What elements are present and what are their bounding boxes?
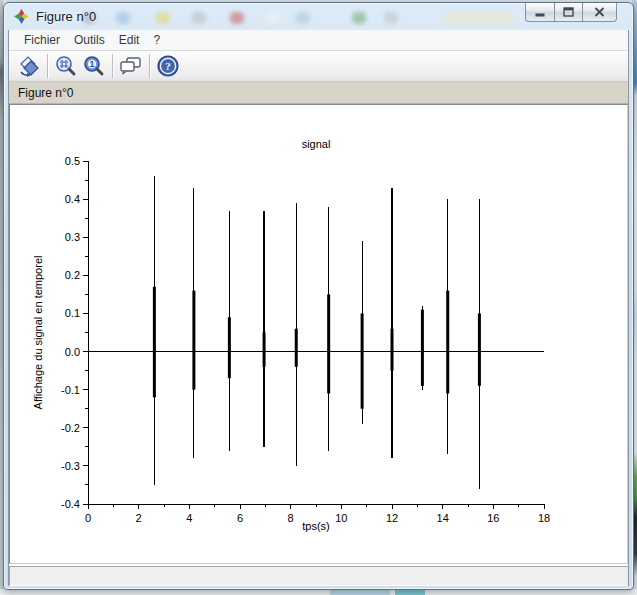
glass-blur-blob [296,12,310,24]
glass-blur-blob [230,12,244,24]
svg-text:0.3: 0.3 [65,231,80,243]
glass-blur-blob [384,12,398,24]
zoom-area-icon [54,54,78,78]
graphics-editor-icon [118,54,144,78]
svg-text:?: ? [165,60,171,72]
svg-text:0.4: 0.4 [65,193,80,205]
svg-text:0.2: 0.2 [65,269,80,281]
minimize-button[interactable] [525,3,554,22]
svg-text:8: 8 [288,512,294,524]
svg-text:4: 4 [186,512,192,524]
svg-text:6: 6 [237,512,243,524]
figure-canvas[interactable]: 024681012141618-0.4-0.3-0.2-0.10.00.10.2… [9,104,628,564]
toolbar-separator [47,54,48,78]
svg-text:-0.3: -0.3 [61,460,80,472]
svg-text:2: 2 [136,512,142,524]
svg-text:18: 18 [538,512,550,524]
svg-text:0.1: 0.1 [65,307,80,319]
svg-text:-0.4: -0.4 [61,498,80,510]
glass-blur-blob [192,12,206,24]
menu-edit[interactable]: Edit [112,31,147,49]
svg-text:-0.1: -0.1 [61,384,80,396]
svg-text:Affichage du signal en tempore: Affichage du signal en temporel [32,256,44,410]
window-titlebar[interactable]: Figure n°0 [4,3,633,30]
svg-text:1: 1 [89,59,94,69]
window-title: Figure n°0 [36,9,96,24]
svg-text:signal: signal [302,138,331,150]
svg-text:-0.2: -0.2 [61,422,80,434]
zoom-reset-button[interactable]: 1 [80,53,108,80]
glass-blur-blob [444,12,514,24]
help-icon: ? [156,54,180,78]
glass-blur-blob [116,12,130,24]
glass-blur-blob [156,12,170,24]
menu-bar: Fichier Outils Edit ? [9,30,628,51]
rotate-3d-button[interactable] [15,53,43,80]
help-button[interactable]: ? [154,53,182,80]
figure-window: Figure n°0 Fichier Outils Edit ? [3,2,634,590]
toolbar-separator [112,54,113,78]
zoom-reset-icon: 1 [82,54,106,78]
svg-text:12: 12 [386,512,398,524]
figure-info-label: Figure n°0 [18,86,74,100]
scilab-figure-icon [13,8,30,25]
toolbar: 1 ? [9,51,628,82]
figure-info-bar: Figure n°0 [9,82,628,104]
svg-text:0: 0 [85,512,91,524]
graphics-editor-button[interactable] [117,53,145,80]
svg-text:10: 10 [335,512,347,524]
close-icon [594,7,605,17]
caption-buttons [525,3,617,23]
signal-plot: 024681012141618-0.4-0.3-0.2-0.10.00.10.2… [10,105,627,563]
zoom-area-button[interactable] [52,53,80,80]
glass-blur-blob [266,12,280,24]
menu-help[interactable]: ? [146,31,167,49]
maximize-button[interactable] [554,3,583,22]
svg-text:0.0: 0.0 [65,346,80,358]
close-button[interactable] [583,3,617,22]
svg-text:tps(s): tps(s) [302,520,330,532]
minimize-icon [535,7,545,17]
svg-text:14: 14 [437,512,449,524]
status-bar [9,566,628,586]
menu-outils[interactable]: Outils [67,31,112,49]
maximize-icon [563,7,574,17]
toolbar-separator [149,54,150,78]
svg-text:16: 16 [487,512,499,524]
glass-blur-blob [352,12,366,24]
rotate-3d-icon [17,54,41,78]
svg-text:0.5: 0.5 [65,155,80,167]
menu-fichier[interactable]: Fichier [17,31,67,49]
